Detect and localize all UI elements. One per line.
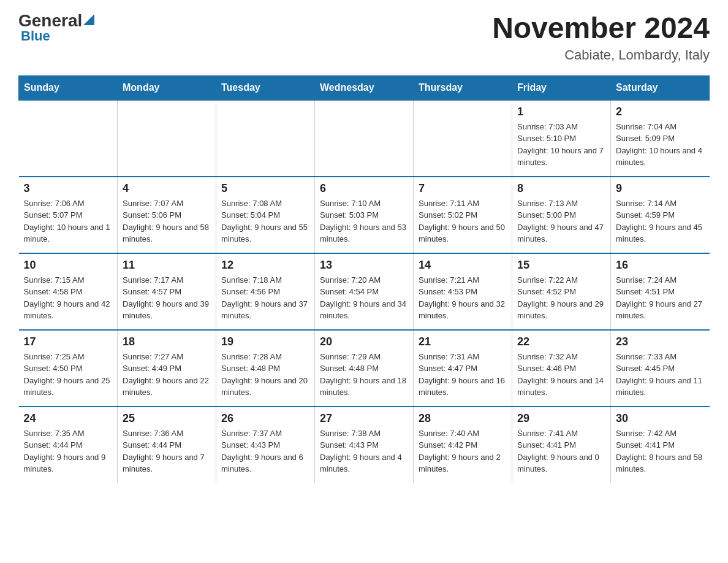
- title-block: November 2024 Cabiate, Lombardy, Italy: [492, 12, 710, 63]
- day-info: Sunrise: 7:28 AMSunset: 4:48 PMDaylight:…: [221, 351, 309, 399]
- day-number: 8: [517, 182, 605, 195]
- header-wednesday: Wednesday: [315, 75, 414, 100]
- day-info: Sunrise: 7:41 AMSunset: 4:41 PMDaylight:…: [517, 427, 605, 475]
- day-number: 7: [419, 182, 507, 195]
- calendar-cell: 30Sunrise: 7:42 AMSunset: 4:41 PMDayligh…: [611, 407, 710, 483]
- day-number: 5: [221, 182, 309, 195]
- day-info: Sunrise: 7:29 AMSunset: 4:48 PMDaylight:…: [320, 351, 408, 399]
- day-number: 21: [419, 335, 507, 348]
- day-info: Sunrise: 7:21 AMSunset: 4:53 PMDaylight:…: [419, 274, 507, 322]
- day-number: 4: [123, 182, 211, 195]
- header-sunday: Sunday: [19, 75, 118, 100]
- calendar-cell: 29Sunrise: 7:41 AMSunset: 4:41 PMDayligh…: [512, 407, 611, 483]
- day-number: 10: [24, 259, 113, 272]
- day-info: Sunrise: 7:32 AMSunset: 4:46 PMDaylight:…: [517, 351, 605, 399]
- calendar-cell: 25Sunrise: 7:36 AMSunset: 4:44 PMDayligh…: [118, 407, 216, 483]
- day-info: Sunrise: 7:10 AMSunset: 5:03 PMDaylight:…: [320, 197, 408, 245]
- calendar-cell: 26Sunrise: 7:37 AMSunset: 4:43 PMDayligh…: [216, 407, 315, 483]
- calendar-cell: [19, 100, 118, 177]
- calendar-cell: 27Sunrise: 7:38 AMSunset: 4:43 PMDayligh…: [315, 407, 414, 483]
- day-info: Sunrise: 7:33 AMSunset: 4:45 PMDaylight:…: [616, 351, 705, 399]
- day-info: Sunrise: 7:27 AMSunset: 4:49 PMDaylight:…: [123, 351, 211, 399]
- header-friday: Friday: [512, 75, 611, 100]
- calendar-cell: [216, 100, 315, 177]
- calendar-table: Sunday Monday Tuesday Wednesday Thursday…: [18, 75, 710, 483]
- calendar-cell: 15Sunrise: 7:22 AMSunset: 4:52 PMDayligh…: [512, 253, 611, 330]
- calendar-cell: 16Sunrise: 7:24 AMSunset: 4:51 PMDayligh…: [611, 253, 710, 330]
- calendar-cell: 4Sunrise: 7:07 AMSunset: 5:06 PMDaylight…: [118, 177, 216, 253]
- day-number: 1: [517, 105, 605, 118]
- calendar-cell: 19Sunrise: 7:28 AMSunset: 4:48 PMDayligh…: [216, 330, 315, 407]
- calendar-cell: [118, 100, 216, 177]
- day-info: Sunrise: 7:35 AMSunset: 4:44 PMDaylight:…: [24, 427, 113, 475]
- logo-triangle-icon: [83, 14, 94, 25]
- day-info: Sunrise: 7:13 AMSunset: 5:00 PMDaylight:…: [517, 197, 605, 245]
- calendar-cell: [315, 100, 414, 177]
- day-info: Sunrise: 7:08 AMSunset: 5:04 PMDaylight:…: [221, 197, 309, 245]
- day-number: 28: [419, 412, 507, 425]
- calendar-cell: 10Sunrise: 7:15 AMSunset: 4:58 PMDayligh…: [19, 253, 118, 330]
- day-info: Sunrise: 7:24 AMSunset: 4:51 PMDaylight:…: [616, 274, 705, 322]
- day-info: Sunrise: 7:18 AMSunset: 4:56 PMDaylight:…: [221, 274, 309, 322]
- calendar-cell: 14Sunrise: 7:21 AMSunset: 4:53 PMDayligh…: [414, 253, 512, 330]
- day-info: Sunrise: 7:20 AMSunset: 4:54 PMDaylight:…: [320, 274, 408, 322]
- day-number: 29: [517, 412, 605, 425]
- day-number: 12: [221, 259, 309, 272]
- calendar-cell: 2Sunrise: 7:04 AMSunset: 5:09 PMDaylight…: [611, 100, 710, 177]
- day-number: 14: [419, 259, 507, 272]
- day-info: Sunrise: 7:11 AMSunset: 5:02 PMDaylight:…: [419, 197, 507, 245]
- day-info: Sunrise: 7:06 AMSunset: 5:07 PMDaylight:…: [24, 197, 113, 245]
- calendar-row-4: 24Sunrise: 7:35 AMSunset: 4:44 PMDayligh…: [19, 407, 710, 483]
- calendar-cell: 5Sunrise: 7:08 AMSunset: 5:04 PMDaylight…: [216, 177, 315, 253]
- day-info: Sunrise: 7:17 AMSunset: 4:57 PMDaylight:…: [123, 274, 211, 322]
- day-number: 11: [123, 259, 211, 272]
- day-info: Sunrise: 7:25 AMSunset: 4:50 PMDaylight:…: [24, 351, 113, 399]
- calendar-row-0: 1Sunrise: 7:03 AMSunset: 5:10 PMDaylight…: [19, 100, 710, 177]
- location-title: Cabiate, Lombardy, Italy: [492, 47, 710, 63]
- calendar-cell: [414, 100, 512, 177]
- day-number: 9: [616, 182, 705, 195]
- day-number: 17: [24, 335, 113, 348]
- day-info: Sunrise: 7:14 AMSunset: 4:59 PMDaylight:…: [616, 197, 705, 245]
- day-number: 22: [517, 335, 605, 348]
- day-info: Sunrise: 7:04 AMSunset: 5:09 PMDaylight:…: [616, 121, 705, 169]
- calendar-cell: 13Sunrise: 7:20 AMSunset: 4:54 PMDayligh…: [315, 253, 414, 330]
- day-number: 16: [616, 259, 705, 272]
- day-info: Sunrise: 7:42 AMSunset: 4:41 PMDaylight:…: [616, 427, 705, 475]
- header-tuesday: Tuesday: [216, 75, 315, 100]
- day-number: 18: [123, 335, 211, 348]
- calendar-cell: 17Sunrise: 7:25 AMSunset: 4:50 PMDayligh…: [19, 330, 118, 407]
- calendar-cell: 23Sunrise: 7:33 AMSunset: 4:45 PMDayligh…: [611, 330, 710, 407]
- calendar-cell: 28Sunrise: 7:40 AMSunset: 4:42 PMDayligh…: [414, 407, 512, 483]
- day-info: Sunrise: 7:15 AMSunset: 4:58 PMDaylight:…: [24, 274, 113, 322]
- day-number: 27: [320, 412, 408, 425]
- day-info: Sunrise: 7:40 AMSunset: 4:42 PMDaylight:…: [419, 427, 507, 475]
- month-title: November 2024: [492, 12, 710, 45]
- calendar-cell: 12Sunrise: 7:18 AMSunset: 4:56 PMDayligh…: [216, 253, 315, 330]
- day-number: 19: [221, 335, 309, 348]
- calendar-cell: 11Sunrise: 7:17 AMSunset: 4:57 PMDayligh…: [118, 253, 216, 330]
- day-number: 26: [221, 412, 309, 425]
- day-number: 2: [616, 105, 705, 118]
- day-info: Sunrise: 7:37 AMSunset: 4:43 PMDaylight:…: [221, 427, 309, 475]
- calendar-cell: 3Sunrise: 7:06 AMSunset: 5:07 PMDaylight…: [19, 177, 118, 253]
- calendar-row-2: 10Sunrise: 7:15 AMSunset: 4:58 PMDayligh…: [19, 253, 710, 330]
- calendar-row-1: 3Sunrise: 7:06 AMSunset: 5:07 PMDaylight…: [19, 177, 710, 253]
- calendar-cell: 20Sunrise: 7:29 AMSunset: 4:48 PMDayligh…: [315, 330, 414, 407]
- calendar-cell: 22Sunrise: 7:32 AMSunset: 4:46 PMDayligh…: [512, 330, 611, 407]
- logo: General Blue: [18, 12, 94, 44]
- page-header: General Blue November 2024 Cabiate, Lomb…: [18, 12, 710, 63]
- day-number: 6: [320, 182, 408, 195]
- calendar-cell: 18Sunrise: 7:27 AMSunset: 4:49 PMDayligh…: [118, 330, 216, 407]
- calendar-row-3: 17Sunrise: 7:25 AMSunset: 4:50 PMDayligh…: [19, 330, 710, 407]
- day-number: 25: [123, 412, 211, 425]
- header-thursday: Thursday: [414, 75, 512, 100]
- day-number: 20: [320, 335, 408, 348]
- calendar-cell: 9Sunrise: 7:14 AMSunset: 4:59 PMDaylight…: [611, 177, 710, 253]
- day-number: 13: [320, 259, 408, 272]
- day-info: Sunrise: 7:31 AMSunset: 4:47 PMDaylight:…: [419, 351, 507, 399]
- header-saturday: Saturday: [611, 75, 710, 100]
- header-monday: Monday: [118, 75, 216, 100]
- calendar-cell: 1Sunrise: 7:03 AMSunset: 5:10 PMDaylight…: [512, 100, 611, 177]
- logo-general: General: [18, 12, 82, 29]
